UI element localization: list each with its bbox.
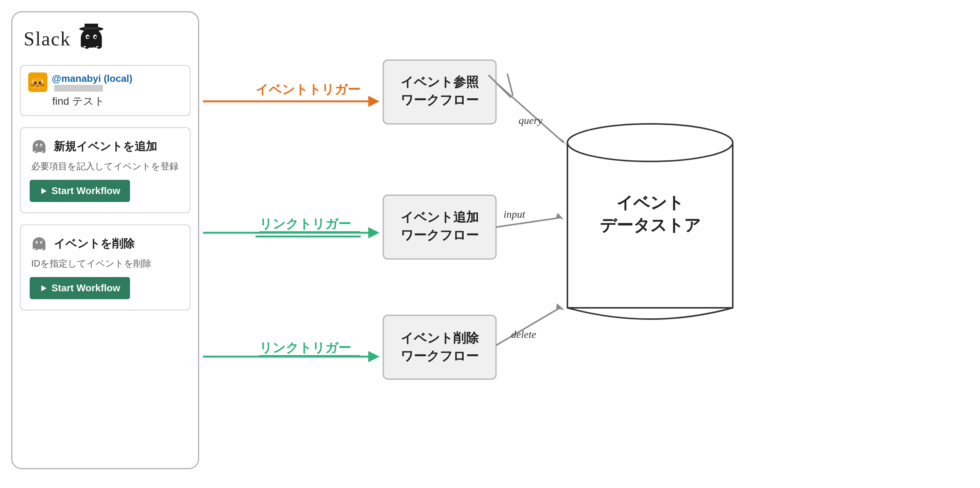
svg-point-4 bbox=[87, 36, 89, 38]
slack-title: Slack bbox=[24, 28, 71, 50]
delete-event-title: イベントを削除 bbox=[54, 236, 135, 252]
svg-text:イベント削除: イベント削除 bbox=[401, 331, 479, 345]
svg-line-73 bbox=[507, 74, 513, 96]
add-event-desc: 必要項目を記入してイベントを登録 bbox=[31, 160, 181, 172]
ghost-icon-1 bbox=[30, 137, 48, 156]
svg-point-25 bbox=[37, 145, 38, 146]
delete-event-card: イベントを削除 IDを指定してイベントを削除 Start Workflow bbox=[20, 225, 191, 311]
start-btn-1-label: Start Workflow bbox=[51, 185, 120, 197]
svg-text:ワークフロー: ワークフロー bbox=[401, 228, 479, 242]
svg-point-5 bbox=[94, 36, 97, 38]
svg-marker-27 bbox=[41, 188, 46, 194]
svg-line-54 bbox=[496, 218, 560, 227]
svg-text:input: input bbox=[504, 208, 526, 220]
svg-marker-34 bbox=[41, 285, 46, 291]
svg-text:データストア: データストア bbox=[600, 216, 701, 234]
svg-text:リンクトリガー: リンクトリガー bbox=[259, 341, 351, 355]
svg-marker-48 bbox=[368, 227, 380, 238]
svg-text:ワークフロー: ワークフロー bbox=[401, 93, 479, 107]
svg-rect-62 bbox=[383, 315, 496, 379]
svg-text:イベント追加: イベント追加 bbox=[401, 210, 479, 224]
slack-header: Slack bbox=[24, 24, 191, 54]
svg-marker-37 bbox=[368, 96, 380, 107]
message-card: @manabyi (local) find テスト bbox=[20, 65, 191, 116]
svg-marker-55 bbox=[556, 213, 564, 220]
svg-point-14 bbox=[34, 81, 37, 84]
message-text: find テスト bbox=[52, 94, 182, 108]
svg-text:リンクトリガー: リンクトリガー bbox=[259, 217, 351, 231]
svg-rect-39 bbox=[383, 60, 496, 124]
svg-text:ワークフロー: ワークフロー bbox=[401, 349, 479, 363]
svg-line-42 bbox=[496, 82, 564, 143]
message-user: @manabyi (local) bbox=[28, 73, 182, 92]
message-username-area: @manabyi (local) bbox=[52, 73, 182, 92]
play-icon-2 bbox=[40, 284, 48, 292]
ghost-icon-2 bbox=[30, 234, 48, 253]
add-event-card: 新規イベントを追加 必要項目を記入してイベントを登録 Start Workflo… bbox=[20, 127, 191, 213]
start-workflow-button-2[interactable]: Start Workflow bbox=[30, 277, 130, 299]
delete-event-header: イベントを削除 bbox=[30, 234, 181, 253]
user-avatar bbox=[28, 73, 47, 92]
svg-point-32 bbox=[37, 242, 38, 244]
svg-text:イベント参照: イベント参照 bbox=[401, 75, 479, 89]
svg-line-65 bbox=[496, 308, 560, 345]
add-event-header: 新規イベントを追加 bbox=[30, 137, 181, 156]
username: @manabyi (local) bbox=[52, 73, 133, 84]
delete-event-desc: IDを指定してイベントを削除 bbox=[31, 258, 181, 269]
svg-text:イベント: イベント bbox=[616, 193, 684, 212]
svg-point-33 bbox=[41, 242, 43, 244]
svg-point-69 bbox=[567, 124, 733, 162]
svg-rect-22 bbox=[33, 146, 46, 151]
svg-rect-51 bbox=[383, 195, 496, 259]
svg-line-72 bbox=[488, 75, 511, 98]
slack-ghost-icon bbox=[76, 24, 107, 54]
svg-text:delete: delete bbox=[511, 328, 536, 340]
svg-rect-1 bbox=[81, 38, 102, 46]
svg-marker-43 bbox=[560, 138, 567, 146]
svg-marker-59 bbox=[368, 351, 380, 362]
add-event-title: 新規イベントを追加 bbox=[54, 139, 157, 154]
svg-marker-66 bbox=[556, 303, 565, 310]
start-btn-2-label: Start Workflow bbox=[51, 282, 120, 294]
svg-point-15 bbox=[39, 81, 41, 84]
slack-panel: Slack bbox=[11, 11, 199, 469]
svg-rect-68 bbox=[567, 143, 733, 308]
svg-point-16 bbox=[37, 84, 38, 86]
svg-rect-8 bbox=[84, 27, 98, 29]
start-workflow-button-1[interactable]: Start Workflow bbox=[30, 180, 130, 202]
svg-point-26 bbox=[41, 145, 43, 146]
play-icon-1 bbox=[40, 187, 48, 195]
svg-text:query: query bbox=[519, 114, 542, 126]
svg-text:イベントトリガー: イベントトリガー bbox=[256, 82, 360, 97]
svg-rect-29 bbox=[33, 243, 46, 249]
username-blurred bbox=[54, 85, 103, 92]
